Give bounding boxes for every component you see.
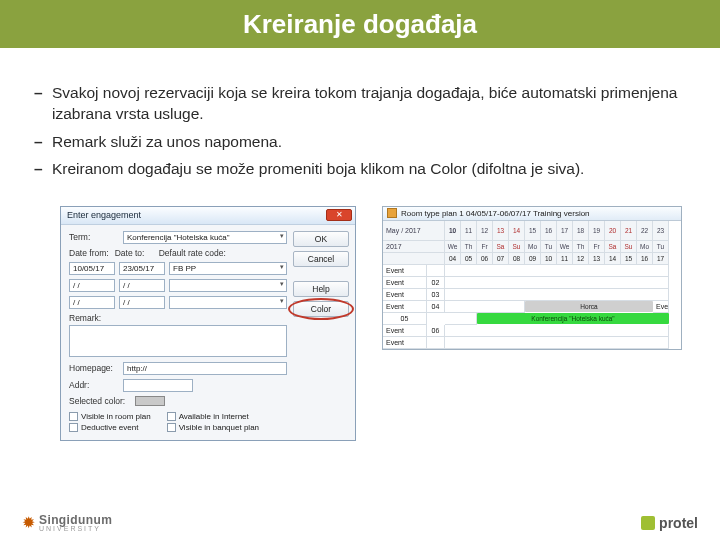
addr-input[interactable] (123, 379, 193, 392)
term-select[interactable]: Konferencija "Hotelska kuća" (123, 231, 287, 244)
title-bar: Kreiranje događaja (0, 0, 720, 48)
singidunum-logo: ✹ Singidunum UNIVERSITY (22, 513, 112, 532)
ok-button[interactable]: OK (293, 231, 349, 247)
remark-label: Remark: (69, 313, 287, 323)
rate-code-select[interactable]: FB PP (169, 262, 287, 275)
slot-2-select[interactable] (169, 296, 287, 309)
selected-color-label: Selected color: (69, 396, 129, 406)
year-label: 2017 (383, 241, 445, 253)
help-button[interactable]: Help (293, 281, 349, 297)
slot-2a[interactable]: / / (69, 296, 115, 309)
room-type-plan: Room type plan 1 04/05/17-06/07/17 Train… (382, 206, 682, 350)
date-to-label: Date to: (115, 248, 153, 258)
dialog-titlebar: Enter engagement ✕ (61, 207, 355, 225)
plan-grid: May / 2017 10 11 12 13 14 15 16 17 18 19… (383, 221, 681, 349)
event-bar-grey[interactable]: Horca (525, 301, 653, 312)
protel-logo: protel (641, 515, 698, 531)
available-internet-check[interactable]: Available in Internet (167, 412, 259, 421)
color-swatch (135, 396, 165, 406)
slot-1a[interactable]: / / (69, 279, 115, 292)
plan-row-label: Event (383, 325, 427, 337)
slot-1-select[interactable] (169, 279, 287, 292)
plan-icon (387, 208, 397, 218)
bullet-item: Kreiranom događaju se može promeniti boj… (34, 158, 694, 179)
deductive-event-check[interactable]: Deductive event (69, 423, 151, 432)
plan-row-label: Event (653, 301, 669, 313)
color-button[interactable]: Color (293, 301, 349, 317)
homepage-input[interactable]: http:// (123, 362, 287, 375)
plan-titlebar: Room type plan 1 04/05/17-06/07/17 Train… (383, 207, 681, 221)
cancel-button[interactable]: Cancel (293, 251, 349, 267)
addr-label: Addr: (69, 380, 117, 390)
engagement-dialog: Enter engagement ✕ Term: Konferencija "H… (60, 206, 356, 441)
close-icon[interactable]: ✕ (326, 209, 352, 221)
plan-row-label: Event (383, 337, 427, 349)
plan-row-label: Event (383, 277, 427, 289)
figures-row: Enter engagement ✕ Term: Konferencija "H… (0, 198, 720, 441)
page-title: Kreiranje događaja (243, 9, 477, 40)
visible-banquet-check[interactable]: Visible in banquet plan (167, 423, 259, 432)
flame-icon: ✹ (22, 513, 35, 532)
term-value: Konferencija "Hotelska kuća" (127, 233, 230, 242)
date-to-input[interactable]: 23/05/17 (119, 262, 165, 275)
plan-row-label: Event (383, 301, 427, 313)
date-from-label: Date from: (69, 248, 109, 258)
footer: ✹ Singidunum UNIVERSITY protel (0, 513, 720, 532)
plan-title-text: Room type plan 1 04/05/17-06/07/17 Train… (401, 209, 590, 218)
dialog-title: Enter engagement (67, 210, 141, 220)
remark-textarea[interactable] (69, 325, 287, 357)
bullet-item: Svakoj novoj rezervaciji koja se kreira … (34, 82, 694, 125)
term-label: Term: (69, 232, 117, 242)
rate-code-label: Default rate code: (159, 248, 287, 258)
slot-2b[interactable]: / / (119, 296, 165, 309)
bullet-list: Svakoj novoj rezervaciji koja se kreira … (0, 48, 720, 198)
date-from-input[interactable]: 10/05/17 (69, 262, 115, 275)
bullet-item: Remark služi za unos napomena. (34, 131, 694, 152)
month-label: May / 2017 (383, 221, 445, 241)
plan-row-label: Event (383, 265, 427, 277)
event-bar-green[interactable]: Konferencija "Hotelska kuća" (477, 313, 669, 324)
slot-1b[interactable]: / / (119, 279, 165, 292)
plan-row-label: Event (383, 289, 427, 301)
square-icon (641, 516, 655, 530)
homepage-label: Homepage: (69, 363, 117, 373)
visible-room-plan-check[interactable]: Visible in room plan (69, 412, 151, 421)
